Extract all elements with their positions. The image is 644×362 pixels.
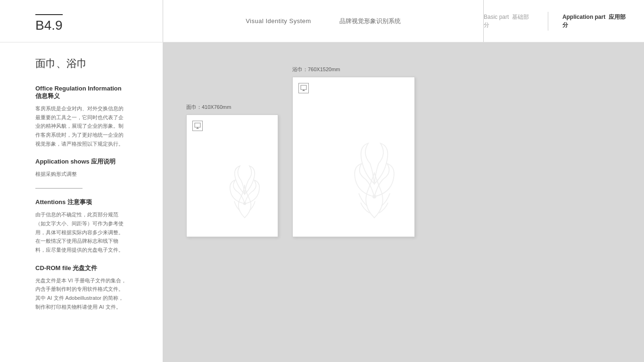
section2-title: Application shows 应用说明: [35, 157, 127, 166]
large-towel-group: 浴巾：760X1520mm: [292, 66, 415, 237]
nav-separator: [548, 12, 548, 31]
section1-title: Office Regulation Information 信息释义: [35, 85, 127, 100]
page-title: 面巾、浴巾: [35, 57, 127, 71]
logo-icon-small: [192, 121, 203, 131]
svg-point-5: [372, 195, 376, 198]
large-towel-logo: [298, 83, 309, 93]
section3-body: 由于信息的不确定性，此页部分规范（如文字大小、间距等）可作为参考使用，具体可根据…: [35, 210, 127, 254]
section3-title: Attentions 注意事项: [35, 198, 127, 206]
section1-body: 客房系统是企业对内、对外交换信息的最重要的工具之一，它同时也代表了企业的精神风貌…: [35, 104, 127, 148]
floral-decoration-large: [344, 133, 405, 227]
sidebar: 面巾、浴巾 Office Regulation Information 信息释义…: [0, 42, 163, 362]
vis-title-en: Visual Identity System: [246, 17, 311, 25]
nav-application: Application part 应用部分: [562, 13, 630, 29]
header-center-titles: Visual Identity System 品牌视觉形象识别系统: [246, 17, 401, 25]
towels-layout: 面巾：410X760mm: [186, 61, 620, 237]
header-left: B4.9: [0, 9, 163, 33]
small-towel-group: 面巾：410X760mm: [186, 104, 278, 237]
section2-body: 根据采购形式调整: [35, 170, 127, 179]
divider: [35, 188, 83, 189]
small-towel-card: [186, 115, 278, 237]
floral-decoration-small: [221, 156, 268, 227]
small-towel-logo: [192, 121, 203, 131]
large-towel-card: [292, 77, 415, 237]
svg-point-2: [243, 202, 246, 205]
section4-body: 光盘文件是本 VI 手册电子文件的集合，内含手册制作时的专用软件格式文件。其中 …: [35, 276, 127, 312]
header: B4.9 Visual Identity System 品牌视觉形象识别系统 B…: [0, 0, 644, 42]
main-content: 面巾：410X760mm: [163, 42, 644, 362]
vis-title-cn: 品牌视觉形象识别系统: [339, 17, 401, 25]
header-center: Visual Identity System 品牌视觉形象识别系统: [163, 0, 484, 42]
section4-title: CD-ROM file 光盘文件: [35, 264, 127, 272]
large-towel-label: 浴巾：760X1520mm: [292, 66, 415, 73]
svg-rect-3: [301, 85, 306, 90]
header-right: Basic part 基础部分 Application part 应用部分: [484, 0, 644, 42]
small-towel-label: 面巾：410X760mm: [186, 104, 278, 111]
page-number: B4.9: [35, 14, 63, 33]
logo-icon-large: [298, 83, 309, 93]
svg-rect-0: [195, 123, 200, 127]
nav-basic: Basic part 基础部分: [484, 13, 534, 29]
